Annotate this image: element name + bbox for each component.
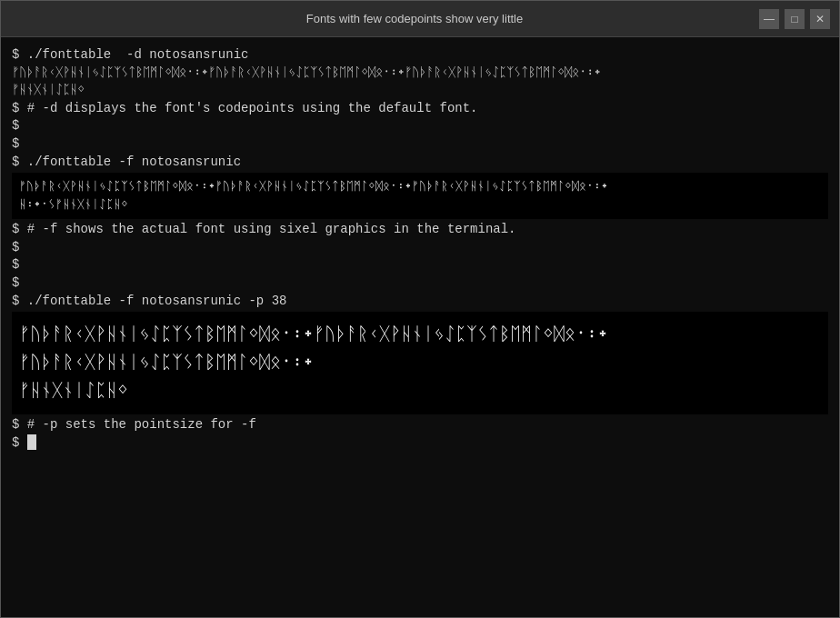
terminal-line-9: $ [12, 239, 828, 257]
terminal-line-12: $ ./fonttable -f notosansrunic -p 38 [12, 293, 828, 311]
terminal-line-2b: ᚠᚺᚾᚷᚾᛁᛇᛈᚺᛜ [12, 82, 828, 100]
window: Fonts with few codepoints show very litt… [0, 0, 840, 618]
terminal-line-2: ᚠᚢᚦᚨᚱᚲᚷᚹᚺᚾᛁᛃᛇᛈᛉᛊᛏᛒᛖᛗᛚᛜᛞᛟ᛫᛬᛭ᚠᚢᚦᚨᚱᚲᚷᚹᚺᚾᛁᛃᛇ… [12, 65, 828, 83]
terminal[interactable]: $ ./fonttable -d notosansrunic ᚠᚢᚦᚨᚱᚲᚷᚹᚺ… [1, 37, 839, 617]
terminal-line-4: $ [12, 117, 828, 135]
title-bar: Fonts with few codepoints show very litt… [1, 1, 839, 37]
window-title: Fonts with few codepoints show very litt… [70, 12, 759, 25]
minimize-button[interactable]: — [759, 9, 779, 29]
window-controls: — □ ✕ [759, 9, 830, 29]
terminal-line-15: $ [12, 434, 828, 453]
terminal-sixel-block-2: ᚠᚢᚦᚨᚱᚲᚷᚹᚺᚾᛁᛃᛇᛈᛉᛊᛏᛒᛖᛗᛚᛜᛞᛟ᛫᛬᛭ᚠᚢᚦᚨᚱᚲᚷᚹᚺᚾᛁᛃᛇ… [12, 312, 828, 414]
terminal-line-14: $ # -p sets the pointsize for -f [12, 416, 828, 434]
terminal-line-5: $ [12, 135, 828, 154]
terminal-sixel-block-1: ᚠᚢᚦᚨᚱᚲᚷᚹᚺᚾᛁᛃᛇᛈᛉᛊᛏᛒᛖᛗᛚᛜᛞᛟ᛫᛬᛭ᚠᚢᚦᚨᚱᚲᚷᚹᚺᚾᛁᛃᛇ… [12, 173, 828, 219]
terminal-line-10: $ [12, 256, 828, 274]
terminal-cursor [27, 434, 36, 450]
terminal-line-8: $ # -f shows the actual font using sixel… [12, 221, 828, 239]
maximize-button[interactable]: □ [785, 9, 805, 29]
terminal-line-6: $ ./fonttable -f notosansrunic [12, 154, 828, 172]
terminal-line-11: $ [12, 274, 828, 293]
terminal-line-3: $ # -d displays the font's codepoints us… [12, 100, 828, 118]
terminal-line-1: $ ./fonttable -d notosansrunic [12, 46, 828, 65]
close-button[interactable]: ✕ [810, 9, 830, 29]
